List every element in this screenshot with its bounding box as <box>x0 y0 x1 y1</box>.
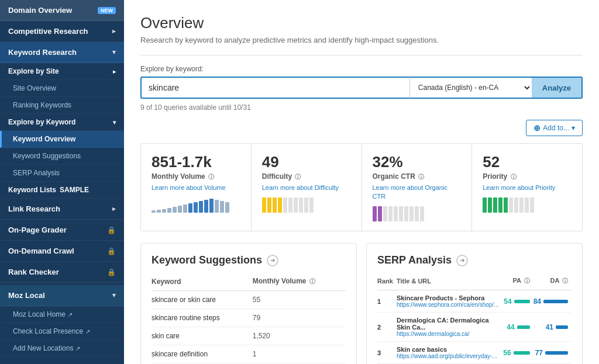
bar-active <box>504 197 508 213</box>
sidebar-subitem-keyword-suggestions[interactable]: Keyword Suggestions <box>0 148 124 165</box>
metric-link-volume[interactable]: Learn more about Volume <box>152 184 226 191</box>
add-to-label: Add to... <box>543 124 569 132</box>
bar <box>514 197 518 213</box>
search-input[interactable] <box>140 77 409 99</box>
kw-volume: 55 <box>253 291 346 309</box>
bar-active <box>488 197 492 213</box>
serp-url[interactable]: https://www.dermalogica.ca/ <box>397 331 500 337</box>
metric-link-ctr[interactable]: Learn more about Organic CTR <box>373 184 447 200</box>
sidebar-explore-by-keyword[interactable]: Explore by Keyword <box>0 114 124 131</box>
col-keyword: Keyword <box>152 275 253 291</box>
sidebar-item-link-research[interactable]: Link Research <box>0 199 124 220</box>
kw-volume: 1 <box>253 345 346 363</box>
info-icon[interactable]: ⓘ <box>309 278 315 285</box>
metric-bars-ctr <box>373 205 462 221</box>
sidebar-subitem-moz-local-home[interactable]: Moz Local Home ↗ <box>0 306 124 323</box>
bar <box>299 197 303 213</box>
metric-link-priority[interactable]: Learn more about Priority <box>483 184 555 191</box>
sidebar-item-rank-checker[interactable]: Rank Checker 🔒 <box>0 262 124 283</box>
metric-value-ctr: 32% <box>373 153 462 171</box>
info-icon[interactable]: ⓘ <box>524 278 530 284</box>
serp-da-cell: 77 <box>533 342 572 364</box>
kw-keyword: skincare or skin care <box>152 291 253 309</box>
metric-link-difficulty[interactable]: Learn more about Difficulty <box>262 184 339 191</box>
info-icon[interactable]: ⓘ <box>418 174 424 180</box>
metric-bars-difficulty <box>262 196 351 213</box>
keyword-lists-label: Keyword Lists <box>8 186 56 194</box>
analyze-button[interactable]: Analyze <box>532 77 583 99</box>
metrics-row: 851-1.7k Monthly Volume ⓘ Learn more abo… <box>140 143 583 231</box>
add-to-button[interactable]: ⊕ Add to... ▾ <box>526 120 583 136</box>
col-rank: Rank <box>377 275 397 290</box>
bar-active <box>483 197 487 213</box>
serp-title-url: Dermalogica CA: Dermalogica Skin Ca... h… <box>397 313 503 342</box>
bar <box>288 197 292 213</box>
serp-da-cell: 41 <box>533 313 572 342</box>
main-content: Overview Research by keyword to analyze … <box>124 0 599 364</box>
serp-pa-cell: 56 <box>503 342 533 364</box>
bar <box>519 197 524 213</box>
serp-url[interactable]: https://www.sephora.com/ca/en/shop/... <box>397 301 500 308</box>
bar <box>383 206 387 221</box>
add-new-locations-label: Add New Locations <box>13 344 73 352</box>
sidebar-item-competitive-research-label: Competitive Research <box>8 27 88 36</box>
sidebar-subitem-keyword-overview[interactable]: Keyword Overview <box>0 131 124 148</box>
sidebar-item-moz-local[interactable]: Moz Local <box>0 285 124 306</box>
serp-rank: 2 <box>377 313 397 342</box>
bar <box>225 202 229 213</box>
sidebar-subitem-ranking-keywords[interactable]: Ranking Keywords <box>0 97 124 114</box>
serp-da-bar <box>556 325 568 329</box>
info-icon[interactable]: ⓘ <box>295 174 301 180</box>
bar-active <box>204 200 208 213</box>
bar <box>157 210 161 213</box>
serp-analysis-label: SERP Analysis <box>13 169 60 177</box>
serp-da-cell: 84 <box>533 290 572 313</box>
divider <box>140 55 583 56</box>
table-row: skincare or skin care55 <box>152 291 346 309</box>
bar <box>388 206 393 221</box>
info-icon[interactable]: ⓘ <box>562 278 568 284</box>
sidebar-item-domain-overview[interactable]: Domain Overview NEW <box>0 0 124 21</box>
sidebar-explore-by-site[interactable]: Explore by Site <box>0 63 124 80</box>
bar <box>399 206 403 221</box>
info-icon[interactable]: ⓘ <box>511 174 517 180</box>
bar <box>509 197 513 213</box>
bar-active <box>378 206 382 221</box>
bar <box>409 206 414 221</box>
serp-title: Dermalogica CA: Dermalogica Skin Ca... <box>397 317 500 331</box>
cards-row: Keyword Suggestions ➜ Keyword Monthly Vo… <box>140 243 583 364</box>
metric-label-priority: Priority ⓘ <box>483 172 572 181</box>
bar <box>283 197 287 213</box>
search-label: Explore by keyword: <box>140 65 583 73</box>
sidebar-item-keyword-research[interactable]: Keyword Research <box>0 42 124 63</box>
sidebar-subitem-site-overview[interactable]: Site Overview <box>0 80 124 97</box>
serp-pa-score: 56 <box>503 349 511 357</box>
serp-analysis-nav-icon[interactable]: ➜ <box>456 255 468 266</box>
serp-url[interactable]: https://www.aad.org/public/everyday-... <box>397 353 500 359</box>
sidebar-subitem-serp-analysis[interactable]: SERP Analysis <box>0 165 124 182</box>
serp-pa-bar <box>517 325 530 329</box>
sidebar-subitem-add-new-locations[interactable]: Add New Locations ↗ <box>0 340 124 357</box>
serp-title-url: Skincare Products - Sephora https://www.… <box>397 290 503 313</box>
sidebar-item-competitive-research[interactable]: Competitive Research <box>0 21 124 42</box>
bar-active <box>194 202 198 213</box>
chevron-down-icon <box>113 119 116 126</box>
serp-title-url: Skin care basics https://www.aad.org/pub… <box>397 342 503 364</box>
sidebar-item-on-page-grader[interactable]: On-Page Grader 🔒 <box>0 220 124 241</box>
locale-select[interactable]: Canada (English) - en-CA United States (… <box>409 77 532 99</box>
kw-volume: 79 <box>253 309 346 327</box>
sidebar-item-on-demand-crawl[interactable]: On-Demand Crawl 🔒 <box>0 241 124 262</box>
keyword-suggestions-nav-icon[interactable]: ➜ <box>267 255 278 266</box>
bar <box>152 210 156 213</box>
metric-label-ctr: Organic CTR ⓘ <box>373 172 462 181</box>
kw-keyword: skin care <box>152 327 253 345</box>
page-subtitle: Research by keyword to analyze predictiv… <box>140 36 583 44</box>
rank-checker-label: Rank Checker <box>8 268 59 276</box>
sidebar-subitem-check-local-presence[interactable]: Check Local Presence ↗ <box>0 323 124 340</box>
info-icon[interactable]: ⓘ <box>208 174 214 180</box>
metric-label-volume: Monthly Volume ⓘ <box>152 172 240 181</box>
serp-pa-cell: 54 <box>503 290 533 313</box>
sidebar-keyword-lists[interactable]: Keyword Lists SAMPLE <box>0 182 124 199</box>
bar-active <box>199 201 203 213</box>
bar-active <box>498 197 502 213</box>
